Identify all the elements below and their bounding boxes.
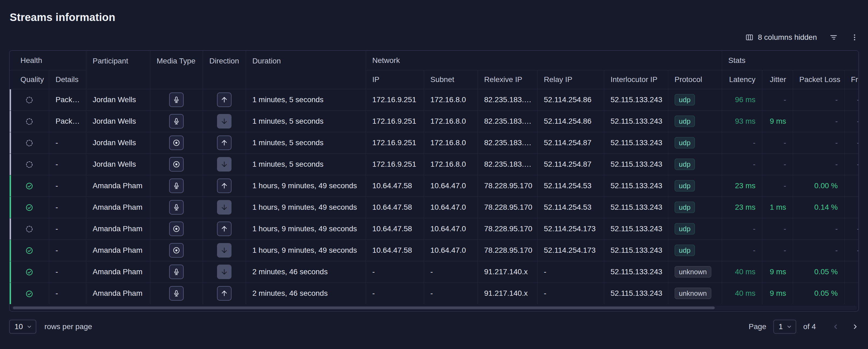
fr-cell: - bbox=[844, 154, 859, 175]
column-header-media-type[interactable]: Media Type bbox=[150, 51, 203, 89]
arrow-down-icon[interactable] bbox=[217, 114, 231, 129]
column-header-packet-loss[interactable]: Packet Loss bbox=[793, 70, 844, 89]
column-header-direction[interactable]: Direction bbox=[203, 51, 246, 89]
arrow-up-icon[interactable] bbox=[217, 222, 231, 236]
protocol-cell: unknown bbox=[668, 261, 722, 283]
arrow-down-icon[interactable] bbox=[217, 200, 231, 215]
relay-ip-cell: 52.114.254.87 bbox=[537, 154, 604, 175]
camera-icon[interactable] bbox=[169, 243, 184, 258]
arrow-up-icon[interactable] bbox=[217, 93, 231, 107]
column-header-jitter[interactable]: Jitter bbox=[762, 70, 793, 89]
arrow-down-icon[interactable] bbox=[217, 264, 231, 279]
fr-cell bbox=[844, 283, 859, 304]
details-cell: - bbox=[49, 154, 86, 175]
packet-loss-cell: 0.05 % bbox=[793, 261, 844, 283]
subnet-cell: 10.64.47.0 bbox=[424, 196, 477, 218]
mic-icon[interactable] bbox=[169, 264, 184, 279]
column-header-fr[interactable]: Fr bbox=[844, 70, 859, 89]
mic-icon[interactable] bbox=[169, 200, 184, 215]
column-header-subnet[interactable]: Subnet bbox=[424, 70, 477, 89]
column-header-interlocutor-ip[interactable]: Interlocutor IP bbox=[604, 70, 668, 89]
latency-cell: 93 ms bbox=[722, 110, 762, 132]
protocol-cell: udp bbox=[668, 89, 722, 110]
kebab-menu-icon[interactable] bbox=[850, 33, 859, 42]
relexive-ip-cell: 78.228.95.170 bbox=[477, 240, 537, 261]
table-row[interactable]: -Jordan Wells1 minutes, 5 seconds172.16.… bbox=[10, 132, 859, 154]
protocol-badge: udp bbox=[675, 159, 695, 170]
table-row[interactable]: -Amanda Pham1 hours, 9 minutes, 49 secon… bbox=[10, 240, 859, 261]
direction-cell bbox=[203, 89, 246, 110]
packet-loss-cell: - bbox=[793, 240, 844, 261]
filter-list-icon[interactable] bbox=[829, 33, 838, 42]
media-type-cell bbox=[150, 132, 203, 154]
page-label: Page bbox=[749, 322, 766, 331]
arrow-up-icon[interactable] bbox=[217, 179, 231, 193]
arrow-down-icon[interactable] bbox=[217, 243, 231, 258]
table-row[interactable]: -Amanda Pham1 hours, 9 minutes, 49 secon… bbox=[10, 196, 859, 218]
column-header-quality[interactable]: Quality bbox=[10, 70, 49, 89]
column-header-participant[interactable]: Participant bbox=[86, 51, 150, 89]
row-status-bar bbox=[10, 132, 11, 154]
table-row[interactable]: Pack…Jordan Wells1 minutes, 5 seconds172… bbox=[10, 110, 859, 132]
mic-icon[interactable] bbox=[169, 179, 184, 193]
participant-cell: Amanda Pham bbox=[86, 283, 150, 304]
camera-icon[interactable] bbox=[169, 135, 184, 150]
duration-cell: 2 minutes, 46 seconds bbox=[246, 283, 366, 304]
ip-cell: - bbox=[366, 283, 424, 304]
ip-cell: - bbox=[366, 261, 424, 283]
ip-cell: 172.16.9.251 bbox=[366, 154, 424, 175]
columns-hidden-button[interactable]: 8 columns hidden bbox=[745, 33, 817, 42]
relay-ip-cell: 52.114.254.86 bbox=[537, 89, 604, 110]
column-header-latency[interactable]: Latency bbox=[722, 70, 762, 89]
page-title: Streams information bbox=[10, 11, 859, 23]
camera-icon[interactable] bbox=[169, 157, 184, 171]
protocol-cell: udp bbox=[668, 240, 722, 261]
column-header-relay-ip[interactable]: Relay IP bbox=[537, 70, 604, 89]
horizontal-scrollbar-thumb[interactable] bbox=[13, 307, 715, 309]
column-header-protocol[interactable]: Protocol bbox=[668, 70, 722, 89]
subnet-cell: 10.64.47.0 bbox=[424, 218, 477, 240]
column-header-duration[interactable]: Duration bbox=[246, 51, 366, 89]
mic-icon[interactable] bbox=[169, 286, 184, 300]
spinner-icon bbox=[25, 225, 33, 233]
camera-icon[interactable] bbox=[169, 222, 184, 236]
table-row[interactable]: -Amanda Pham2 minutes, 46 seconds--91.21… bbox=[10, 261, 859, 283]
page-select[interactable]: 1 bbox=[773, 320, 797, 334]
previous-page-button[interactable] bbox=[832, 323, 839, 330]
latency-cell: - bbox=[722, 154, 762, 175]
protocol-cell: udp bbox=[668, 175, 722, 196]
participant-cell: Amanda Pham bbox=[86, 261, 150, 283]
table-row[interactable]: -Jordan Wells1 minutes, 5 seconds172.16.… bbox=[10, 154, 859, 175]
arrow-up-icon[interactable] bbox=[217, 286, 231, 300]
packet-loss-cell: - bbox=[793, 154, 844, 175]
mic-icon[interactable] bbox=[169, 114, 184, 129]
direction-cell bbox=[203, 218, 246, 240]
table-row[interactable]: Pack…Jordan Wells1 minutes, 5 seconds172… bbox=[10, 89, 859, 110]
horizontal-scrollbar[interactable] bbox=[11, 306, 857, 310]
packet-loss-cell: - bbox=[793, 218, 844, 240]
quality-cell bbox=[10, 240, 49, 261]
direction-cell bbox=[203, 154, 246, 175]
protocol-badge: unknown bbox=[675, 288, 711, 299]
column-header-details[interactable]: Details bbox=[49, 70, 86, 89]
rows-per-page-select[interactable]: 10 bbox=[9, 320, 36, 334]
table-body: Pack…Jordan Wells1 minutes, 5 seconds172… bbox=[10, 89, 859, 304]
arrow-down-icon[interactable] bbox=[217, 157, 231, 171]
duration-cell: 1 hours, 9 minutes, 49 seconds bbox=[246, 175, 366, 196]
column-header-ip[interactable]: IP bbox=[366, 70, 424, 89]
table-row[interactable]: -Amanda Pham1 hours, 9 minutes, 49 secon… bbox=[10, 218, 859, 240]
details-cell: Pack… bbox=[49, 89, 86, 110]
spinner-icon bbox=[25, 139, 33, 147]
row-status-bar bbox=[10, 154, 11, 175]
interlocutor-ip-cell: 52.115.133.243 bbox=[604, 196, 668, 218]
arrow-up-icon[interactable] bbox=[217, 135, 231, 150]
jitter-cell: - bbox=[762, 218, 793, 240]
mic-icon[interactable] bbox=[169, 93, 184, 107]
table-row[interactable]: -Amanda Pham1 hours, 9 minutes, 49 secon… bbox=[10, 175, 859, 196]
latency-cell: 40 ms bbox=[722, 261, 762, 283]
streams-data-grid: Health Participant Media Type Direction … bbox=[10, 51, 859, 304]
next-page-button[interactable] bbox=[851, 323, 859, 330]
protocol-badge: udp bbox=[675, 202, 695, 213]
column-header-relexive-ip[interactable]: Relexive IP bbox=[477, 70, 537, 89]
table-row[interactable]: -Amanda Pham2 minutes, 46 seconds--91.21… bbox=[10, 283, 859, 304]
